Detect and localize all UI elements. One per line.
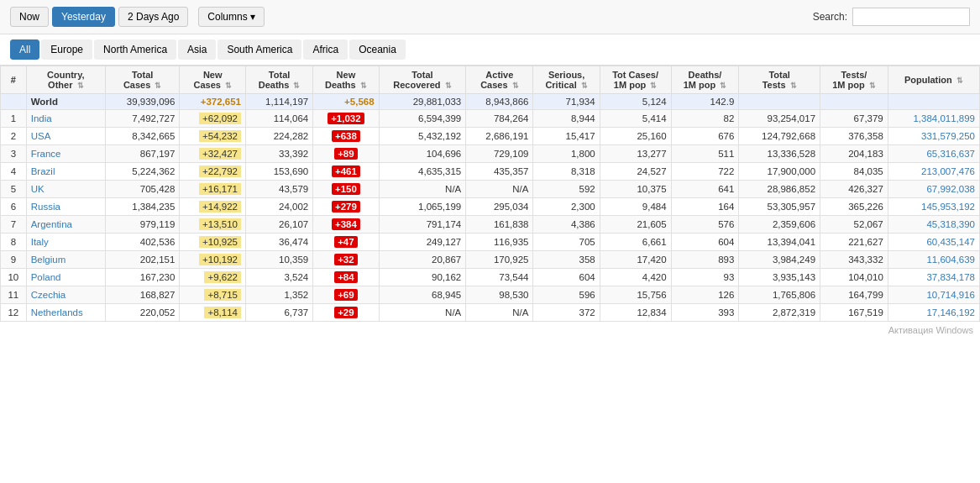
population-link[interactable]: 11,604,639: [926, 255, 975, 265]
country-link[interactable]: India: [31, 113, 52, 123]
population-link[interactable]: 45,318,390: [926, 219, 975, 229]
row-tests-per-1m: 376,358: [820, 128, 888, 145]
country-link[interactable]: Russia: [31, 202, 60, 212]
world-new-cases: +372,651: [180, 94, 246, 110]
row-new-cases: +14,922: [180, 198, 246, 216]
col-total-deaths[interactable]: TotalDeaths ⇅: [245, 66, 312, 94]
row-new-deaths: +150: [313, 181, 379, 198]
country-link[interactable]: Italy: [31, 237, 49, 247]
country-link[interactable]: USA: [31, 131, 51, 141]
row-serious: 4,386: [533, 216, 600, 234]
top-bar: Now Yesterday 2 Days Ago Columns ▾ Searc…: [0, 0, 980, 34]
world-total-cases: 39,939,096: [105, 94, 179, 110]
row-country: Italy: [26, 234, 105, 251]
row-tests-per-1m: 221,627: [820, 234, 888, 251]
region-tabs: All Europe North America Asia South Amer…: [0, 34, 980, 66]
new-cases-badge: +54,232: [199, 130, 241, 142]
tab-asia[interactable]: Asia: [178, 39, 216, 60]
col-tests-per-1m[interactable]: Tests/1M pop ⇅: [820, 66, 888, 94]
country-link[interactable]: Poland: [31, 272, 61, 282]
row-serious: 358: [533, 251, 600, 269]
world-total-deaths: 1,114,197: [245, 94, 312, 110]
row-new-cases: +16,171: [180, 181, 246, 198]
population-link[interactable]: 60,435,147: [926, 237, 975, 247]
row-total-cases: 167,230: [105, 269, 179, 286]
yesterday-button[interactable]: Yesterday: [52, 7, 115, 27]
row-tests-per-1m: 104,010: [820, 269, 888, 286]
row-total-tests: 1,765,806: [739, 286, 820, 304]
country-link[interactable]: Netherlands: [31, 307, 83, 318]
col-total-cases[interactable]: TotalCases ⇅: [105, 66, 179, 94]
row-active-cases: 73,544: [466, 269, 533, 286]
col-deaths-per-1m[interactable]: Deaths/1M pop ⇅: [671, 66, 739, 94]
row-total-cases: 8,342,665: [105, 128, 179, 145]
col-total-recovered[interactable]: TotalRecovered ⇅: [379, 66, 466, 94]
col-active-cases[interactable]: ActiveCases ⇅: [466, 66, 533, 94]
country-link[interactable]: France: [31, 149, 61, 159]
row-num: 2: [1, 128, 27, 145]
row-total-tests: 3,984,249: [739, 251, 820, 269]
row-tests-per-1m: 204,183: [820, 145, 888, 163]
country-link[interactable]: Czechia: [31, 290, 66, 300]
row-new-cases: +8,114: [180, 304, 246, 322]
row-total-cases: 168,827: [105, 286, 179, 304]
search-area: Search:: [813, 8, 970, 26]
row-deaths-per-1m: 126: [671, 286, 739, 304]
world-total-tests: [739, 94, 820, 110]
col-serious[interactable]: Serious,Critical ⇅: [533, 66, 600, 94]
columns-button[interactable]: Columns ▾: [198, 7, 265, 27]
new-cases-badge: +62,092: [199, 113, 241, 124]
row-tot-per-1m: 24,527: [600, 163, 671, 181]
now-button[interactable]: Now: [10, 7, 49, 27]
search-input[interactable]: [852, 8, 970, 26]
row-new-deaths: +461: [313, 163, 379, 181]
population-link[interactable]: 1,384,011,899: [913, 113, 975, 123]
tab-north-america[interactable]: North America: [94, 39, 176, 60]
row-total-tests: 93,254,017: [739, 110, 820, 128]
tab-oceania[interactable]: Oceania: [349, 39, 406, 60]
col-country[interactable]: Country,Other ⇅: [26, 66, 105, 94]
row-total-cases: 867,197: [105, 145, 179, 163]
new-deaths-badge: +84: [334, 271, 358, 283]
row-total-tests: 53,305,957: [739, 198, 820, 216]
row-country: Netherlands: [26, 304, 105, 322]
row-tot-per-1m: 15,756: [600, 286, 671, 304]
population-link[interactable]: 145,953,192: [921, 202, 975, 212]
row-country: India: [26, 110, 105, 128]
col-tot-per-1m[interactable]: Tot Cases/1M pop ⇅: [600, 66, 671, 94]
col-new-cases[interactable]: NewCases ⇅: [180, 66, 246, 94]
col-new-deaths[interactable]: NewDeaths ⇅: [313, 66, 379, 94]
row-total-recovered: 1,065,199: [379, 198, 466, 216]
row-country: UK: [26, 181, 105, 198]
population-link[interactable]: 65,316,637: [926, 149, 975, 159]
country-link[interactable]: Brazil: [31, 166, 55, 176]
row-new-deaths: +84: [313, 269, 379, 286]
table-header-row: # Country,Other ⇅ TotalCases ⇅ NewCases …: [1, 66, 980, 94]
col-num[interactable]: #: [1, 66, 27, 94]
row-total-cases: 705,428: [105, 181, 179, 198]
tab-south-america[interactable]: South America: [217, 39, 301, 60]
tab-africa[interactable]: Africa: [303, 39, 348, 60]
row-tot-per-1m: 17,420: [600, 251, 671, 269]
row-total-deaths: 33,392: [245, 145, 312, 163]
col-population[interactable]: Population ⇅: [888, 66, 979, 94]
country-link[interactable]: Argentina: [31, 219, 72, 229]
population-link[interactable]: 37,834,178: [926, 272, 975, 282]
row-population: 11,604,639: [888, 251, 979, 269]
table-row: 3 France 867,197 +32,427 33,392 +89 104,…: [1, 145, 980, 163]
country-link[interactable]: UK: [31, 184, 45, 194]
row-serious: 592: [533, 181, 600, 198]
country-link[interactable]: Belgium: [31, 255, 66, 265]
new-deaths-badge: +384: [332, 218, 360, 230]
two-days-button[interactable]: 2 Days Ago: [118, 7, 188, 27]
population-link[interactable]: 17,146,192: [926, 307, 975, 318]
population-link[interactable]: 67,992,038: [926, 184, 975, 194]
row-population: 10,714,916: [888, 286, 979, 304]
population-link[interactable]: 10,714,916: [926, 290, 975, 300]
population-link[interactable]: 331,579,250: [921, 131, 975, 141]
new-deaths-badge: +47: [334, 236, 358, 248]
tab-europe[interactable]: Europe: [41, 39, 92, 60]
tab-all[interactable]: All: [10, 39, 39, 60]
population-link[interactable]: 213,007,476: [921, 166, 975, 176]
col-total-tests[interactable]: TotalTests ⇅: [739, 66, 820, 94]
